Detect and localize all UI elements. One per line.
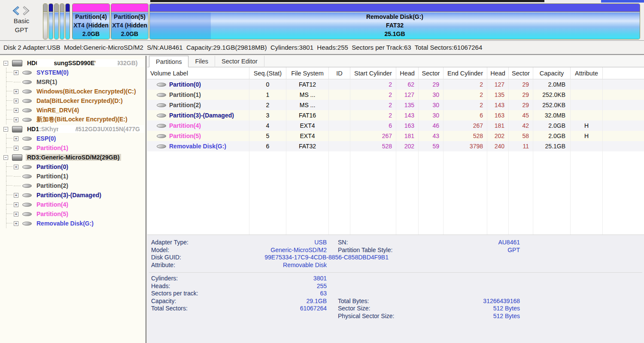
tree-item-removable-g[interactable]: Removable Disk(G:) (0, 219, 146, 228)
tree-item-rd3-partition0[interactable]: Partition(0) (0, 162, 146, 172)
tree-item-label: Partition(5) (35, 211, 70, 217)
partition-icon (157, 144, 166, 148)
redaction-overlay (39, 125, 144, 133)
tree-item-rd3-partition3[interactable]: Partition(3)-(Damaged) (0, 190, 146, 200)
partition-block-label: Removable Disk(G:) (150, 12, 640, 21)
col-header[interactable]: Volume Label (147, 67, 249, 79)
collapse-icon[interactable] (3, 155, 8, 160)
id-cell (329, 100, 350, 110)
end-head-cell: 202 (487, 131, 509, 141)
col-header[interactable]: Attribute (571, 67, 603, 79)
col-header[interactable]: Sector (419, 67, 444, 79)
capacity-cell: 32.0MB (533, 110, 571, 120)
disk-icon (12, 126, 22, 132)
partition-icon (22, 175, 32, 178)
expand-icon[interactable] (14, 221, 18, 226)
info-value: GPT (430, 247, 520, 254)
table-row[interactable]: Removable Disk(G:) 6 FAT32 528 202 59 37… (147, 141, 644, 151)
info-value: 31266439168 (430, 298, 520, 305)
collapse-icon[interactable] (3, 61, 8, 66)
table-row[interactable]: Partition(4) 4 EXT4 6 163 46 267 181 42 … (147, 120, 644, 131)
col-header[interactable]: Head (396, 67, 419, 79)
tab-files[interactable]: Files (188, 56, 215, 67)
start-head-cell: 135 (396, 100, 419, 110)
expand-icon[interactable] (14, 146, 18, 150)
tree-item-hd1[interactable]: HD1:SKhynixHFM512GD3UX015N(477G (0, 124, 146, 134)
col-header[interactable]: ID (329, 67, 350, 79)
start-cyl-cell: 2 (350, 90, 396, 100)
info-value: 512 Bytes (430, 305, 520, 313)
partition-block-5[interactable]: Partition(5) XT4 (Hidden 2.0GB (111, 3, 149, 39)
partition-segment[interactable] (65, 3, 70, 39)
partition-icon (22, 193, 32, 197)
partition-icon (157, 93, 166, 97)
fs-cell: FAT32 (286, 141, 329, 151)
partition-block-4[interactable]: Partition(4) XT4 (Hidden 2.0GB (72, 3, 110, 39)
seq-cell: 1 (249, 90, 286, 100)
tree-item-windows-c[interactable]: Windows(BitLocker Encrypted)(C:) (0, 87, 146, 96)
partition-icon (22, 118, 32, 122)
col-header[interactable]: File System (286, 67, 329, 79)
table-row[interactable]: Partition(3)-(Damaged) 3 FAT16 2 143 30 … (147, 110, 644, 120)
expand-icon[interactable] (14, 108, 18, 113)
partition-icon (157, 103, 166, 107)
table-row[interactable]: Partition(2) 2 MS ... 2 135 30 2 143 29 … (147, 100, 644, 110)
expand-icon[interactable] (14, 212, 18, 217)
expand-icon[interactable] (14, 89, 18, 94)
col-header[interactable]: Head (487, 67, 509, 79)
tree-item-data-d[interactable]: Data(BitLocker Encrypted)(D:) (0, 96, 146, 105)
tree-item-system[interactable]: SYSTEM(0) (0, 68, 146, 77)
tree-item-rd3-partition1[interactable]: Partition(1) (0, 172, 146, 181)
table-row[interactable]: Partition(1) 1 MS ... 2 127 30 2 135 29 … (147, 90, 644, 100)
partition-block-g[interactable]: Removable Disk(G:) FAT32 25.1GB (149, 3, 640, 39)
tab-sector-editor[interactable]: Sector Editor (215, 56, 264, 67)
partition-icon (22, 212, 32, 216)
attribute-cell (571, 100, 603, 110)
partition-segment[interactable] (43, 3, 48, 39)
expand-icon[interactable] (14, 99, 18, 103)
col-header[interactable]: Capacity (533, 67, 571, 79)
col-header[interactable]: Start Cylinder (350, 67, 396, 79)
end-cyl-cell: 2 (444, 100, 487, 110)
partition-segment[interactable] (49, 3, 53, 39)
tree-item-hd0[interactable]: HD0:SamsungSSD990EVO1TB(932GB) (0, 58, 146, 68)
id-cell (329, 79, 350, 90)
partition-segment[interactable] (60, 3, 64, 39)
expand-icon[interactable] (14, 117, 18, 122)
expand-icon[interactable] (14, 193, 18, 198)
volume-label: Partition(3)-(Damaged) (169, 110, 234, 120)
partition-segment[interactable] (54, 3, 59, 39)
expand-icon[interactable] (14, 70, 18, 75)
expand-icon[interactable] (14, 136, 18, 141)
start-head-cell: 202 (396, 141, 419, 151)
id-cell (329, 110, 350, 120)
tree-item-winre[interactable]: WinRE_DRV(4) (0, 105, 146, 115)
col-header[interactable]: End Cylinder (444, 67, 487, 79)
col-header[interactable]: Seq.(Stat) (249, 67, 286, 79)
table-row[interactable]: Partition(0) 0 FAT12 2 62 29 2 127 29 2.… (147, 79, 644, 90)
tab-partitions[interactable]: Partitions (149, 56, 188, 67)
attribute-cell (571, 110, 603, 120)
tree-item-hd1-partition1[interactable]: Partition(1) (0, 143, 146, 153)
start-cyl-cell: 267 (350, 131, 396, 141)
disk-info-panel: Adapter Type: USB SN: AU8461 Model: Gene… (147, 235, 644, 343)
prev-next-disk-icons[interactable] (12, 6, 31, 15)
end-sector-cell: 58 (509, 131, 533, 141)
tree-item-esp[interactable]: ESP(0) (0, 134, 146, 143)
tree-item-newvolume-e[interactable]: 新加卷(BitLocker Encrypted)(E:) (0, 115, 146, 124)
seq-cell: 4 (249, 120, 286, 131)
tree-item-rd3-partition5[interactable]: Partition(5) (0, 209, 146, 219)
table-row[interactable]: Partition(5) 5 EXT4 267 181 43 528 202 5… (147, 131, 644, 141)
tab-bar: Partitions Files Sector Editor (147, 56, 644, 67)
col-header[interactable]: Sector (509, 67, 533, 79)
tree-item-rd3-partition2[interactable]: Partition(2) (0, 181, 146, 190)
expand-icon[interactable] (14, 202, 18, 207)
tree-item-rd3[interactable]: RD3:Generic-MicroSD/M2(29GB) (0, 153, 146, 162)
start-cyl-cell: 6 (350, 120, 396, 131)
tree-item-rd3-partition4[interactable]: Partition(4) (0, 200, 146, 209)
info-value: 3801 (225, 275, 327, 283)
end-sector-cell: 29 (509, 90, 533, 100)
expand-icon[interactable] (14, 165, 18, 169)
collapse-icon[interactable] (3, 127, 8, 132)
tree-item-msr[interactable]: MSR(1) (0, 77, 146, 87)
